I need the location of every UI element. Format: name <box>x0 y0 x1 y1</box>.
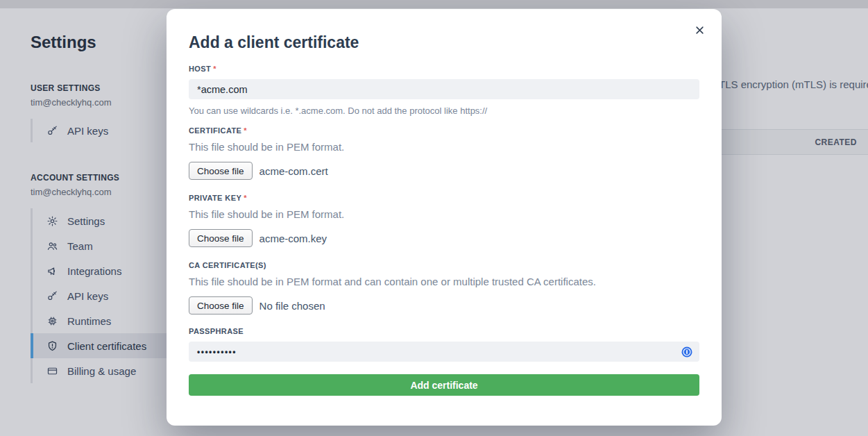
certificate-filename: acme-com.cert <box>259 165 328 177</box>
certificate-choose-file-button[interactable]: Choose file <box>189 162 253 180</box>
ca-certificate-choose-file-button[interactable]: Choose file <box>189 296 253 315</box>
private-key-label: PRIVATE KEY* <box>189 194 699 203</box>
certificate-help-text: This file should be in PEM format. <box>189 141 699 153</box>
certificate-label: CERTIFICATE* <box>189 126 699 135</box>
ca-certificate-label: CA CERTIFICATE(S) <box>189 261 699 270</box>
screen: Settings USER SETTINGS tim@checklyhq.com… <box>0 0 868 436</box>
private-key-choose-file-button[interactable]: Choose file <box>189 229 253 247</box>
host-input[interactable] <box>189 79 699 99</box>
ca-certificate-file-row: Choose file No file chosen <box>189 296 699 315</box>
onepassword-extension-button[interactable] <box>681 346 693 358</box>
required-asterisk: * <box>244 126 247 135</box>
certificate-file-row: Choose file acme-com.cert <box>189 162 699 180</box>
private-key-help-text: This file should be in PEM format. <box>189 208 699 221</box>
ca-certificate-filename: No file chosen <box>259 300 325 312</box>
ca-certificate-help-text: This file should be in PEM format and ca… <box>189 276 699 288</box>
host-help-text: You can use wildcards i.e. *.acme.com. D… <box>189 106 699 117</box>
passphrase-field <box>189 342 699 362</box>
add-certificate-button[interactable]: Add certificate <box>189 374 699 396</box>
host-label: HOST* <box>189 65 699 74</box>
modal-title: Add a client certificate <box>189 33 699 52</box>
close-icon <box>695 25 705 35</box>
passphrase-input[interactable] <box>189 342 699 362</box>
private-key-file-row: Choose file acme-com.key <box>189 229 699 247</box>
required-asterisk: * <box>213 65 216 73</box>
close-button[interactable] <box>692 24 706 38</box>
onepassword-icon <box>681 346 693 358</box>
passphrase-label: PASSPHRASE <box>189 327 699 336</box>
add-client-certificate-modal: Add a client certificate HOST* You can u… <box>167 9 722 426</box>
private-key-filename: acme-com.key <box>259 233 327 244</box>
required-asterisk: * <box>244 194 247 202</box>
